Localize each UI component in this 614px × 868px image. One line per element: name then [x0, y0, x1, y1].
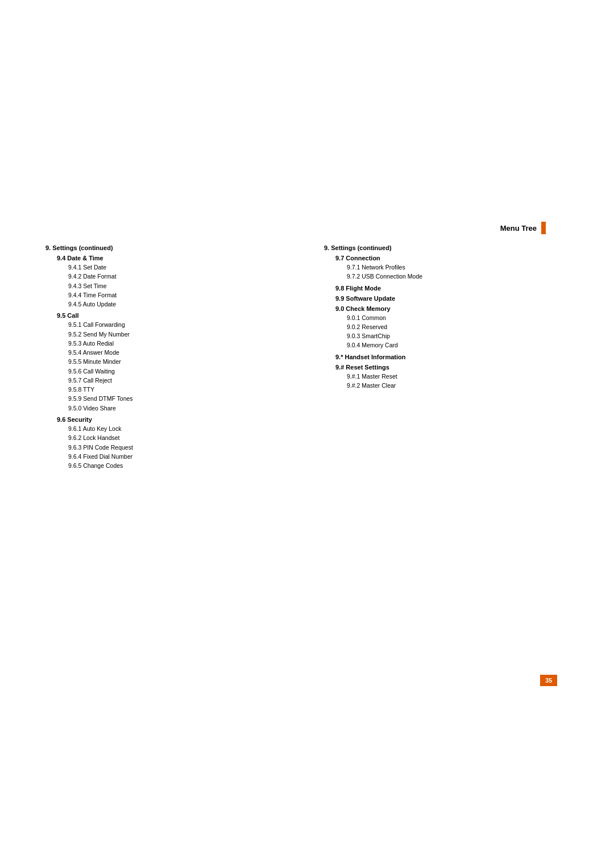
section-9-0-title: 9.0 Check Memory: [324, 305, 569, 312]
section-9-5-title: 9.5 Call: [45, 312, 290, 319]
item-9-5-9: 9.5.9 Send DTMF Tones: [45, 394, 290, 403]
item-9-7-2: 9.7.2 USB Connection Mode: [324, 272, 569, 281]
section-9-9-title: 9.9 Software Update: [324, 295, 569, 302]
item-9-0-4: 9.0.4 Memory Card: [324, 340, 569, 350]
section-9-6-title: 9.6 Security: [45, 416, 290, 423]
item-9-5-1: 9.5.1 Call Forwarding: [45, 320, 290, 329]
item-9-6-5: 9.6.5 Change Codes: [45, 461, 290, 470]
item-9-5-2: 9.5.2 Send My Number: [45, 330, 290, 339]
section-9-hash-title: 9.# Reset Settings: [324, 364, 569, 371]
item-9-5-4: 9.5.4 Answer Mode: [45, 348, 290, 357]
section-9-7-title: 9.7 Connection: [324, 255, 569, 261]
menu-tree-header: Menu Tree: [500, 222, 546, 234]
page-container: Menu Tree 9. Settings (continued) 9.4 Da…: [0, 0, 614, 868]
orange-bar-decoration: [541, 222, 546, 234]
item-9-5-5: 9.5.5 Minute Minder: [45, 357, 290, 366]
item-9-5-7: 9.5.7 Call Reject: [45, 376, 290, 385]
item-9-4-4: 9.4.4 Time Format: [45, 290, 290, 300]
right-column-title: 9. Settings (continued): [324, 244, 569, 251]
item-9-5-0: 9.5.0 Video Share: [45, 404, 290, 413]
item-9-0-2: 9.0.2 Reserved: [324, 322, 569, 331]
item-9-5-3: 9.5.3 Auto Redial: [45, 339, 290, 348]
item-9-7-1: 9.7.1 Network Profiles: [324, 263, 569, 272]
item-9-4-1: 9.4.1 Set Date: [45, 263, 290, 272]
item-9-6-1: 9.6.1 Auto Key Lock: [45, 424, 290, 433]
item-9-4-3: 9.4.3 Set Time: [45, 281, 290, 290]
left-column-title: 9. Settings (continued): [45, 244, 290, 251]
page-number: 35: [540, 675, 557, 686]
item-9-4-2: 9.4.2 Date Format: [45, 272, 290, 281]
content-area: 9. Settings (continued) 9.4 Date & Time …: [45, 244, 569, 470]
item-9-6-3: 9.6.3 PIN Code Request: [45, 443, 290, 452]
section-9-star-title: 9.* Handset Information: [324, 354, 569, 360]
item-9-6-4: 9.6.4 Fixed Dial Number: [45, 452, 290, 461]
item-9-6-2: 9.6.2 Lock Handset: [45, 433, 290, 442]
section-9-8-title: 9.8 Flight Mode: [324, 285, 569, 292]
item-9-0-1: 9.0.1 Common: [324, 313, 569, 322]
item-9-hash-1: 9.#.1 Master Reset: [324, 372, 569, 381]
menu-tree-label: Menu Tree: [500, 224, 537, 232]
right-column: 9. Settings (continued) 9.7 Connection 9…: [324, 244, 569, 470]
item-9-0-3: 9.0.3 SmartChip: [324, 331, 569, 340]
item-9-5-6: 9.5.6 Call Waiting: [45, 367, 290, 376]
item-9-5-8: 9.5.8 TTY: [45, 385, 290, 394]
left-column: 9. Settings (continued) 9.4 Date & Time …: [45, 244, 290, 470]
item-9-hash-2: 9.#.2 Master Clear: [324, 381, 569, 390]
item-9-4-5: 9.4.5 Auto Update: [45, 300, 290, 309]
section-9-4-title: 9.4 Date & Time: [45, 255, 290, 261]
